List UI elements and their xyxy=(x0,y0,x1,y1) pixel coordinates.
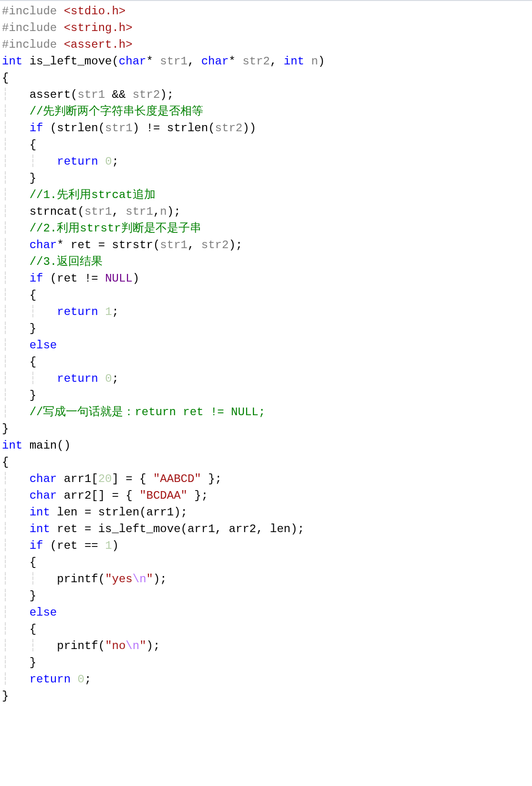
param-str1: str1 xyxy=(160,55,188,68)
code-block: #include <stdio.h> #include <string.h> #… xyxy=(0,1,532,709)
comment: //2.利用strstr判断是不是子串 xyxy=(30,222,201,235)
kw-return: return xyxy=(57,372,98,385)
kw-if: if xyxy=(30,539,43,552)
kw-char: char xyxy=(30,472,57,485)
string-literal: "no\n" xyxy=(105,639,146,652)
call-strncat: strncat xyxy=(30,205,78,218)
comment: //写成一句话就是：return ret != NULL; xyxy=(30,406,265,419)
comment: //1.先利用strcat追加 xyxy=(30,189,156,201)
call-assert: assert xyxy=(30,88,71,101)
kw-if: if xyxy=(30,122,43,135)
kw-else: else xyxy=(30,606,57,619)
call-printf: printf xyxy=(57,639,98,652)
include-header: <stdio.h> xyxy=(64,5,126,18)
call-printf: printf xyxy=(57,573,98,586)
string-literal: "BCDAA" xyxy=(139,489,188,502)
string-literal: "yes\n" xyxy=(105,573,153,586)
param-str2: str2 xyxy=(242,55,270,68)
kw-int: int xyxy=(2,439,22,452)
kw-char: char xyxy=(119,55,146,68)
preproc-include: #include xyxy=(2,21,64,34)
include-header: <string.h> xyxy=(64,21,133,34)
param-n: n xyxy=(311,55,318,68)
comment: //先判断两个字符串长度是否相等 xyxy=(30,105,204,118)
kw-int: int xyxy=(2,55,22,68)
func-main: main xyxy=(30,439,57,452)
func-name: is_left_move xyxy=(30,55,112,68)
include-header: <assert.h> xyxy=(64,38,133,51)
kw-return: return xyxy=(57,305,98,318)
kw-char: char xyxy=(201,55,229,68)
kw-char: char xyxy=(30,239,57,252)
kw-int: int xyxy=(30,523,50,535)
comment: //3.返回结果 xyxy=(30,255,103,268)
string-literal: "AABCD" xyxy=(153,472,201,485)
kw-if: if xyxy=(30,272,43,285)
preproc-include: #include xyxy=(2,38,64,51)
kw-int: int xyxy=(30,506,50,519)
kw-return: return xyxy=(30,673,71,686)
kw-return: return xyxy=(57,155,98,168)
preproc-include: #include xyxy=(2,5,64,18)
macro-null: NULL xyxy=(105,272,133,285)
kw-int: int xyxy=(284,55,304,68)
kw-else: else xyxy=(30,339,57,352)
kw-char: char xyxy=(30,489,57,502)
